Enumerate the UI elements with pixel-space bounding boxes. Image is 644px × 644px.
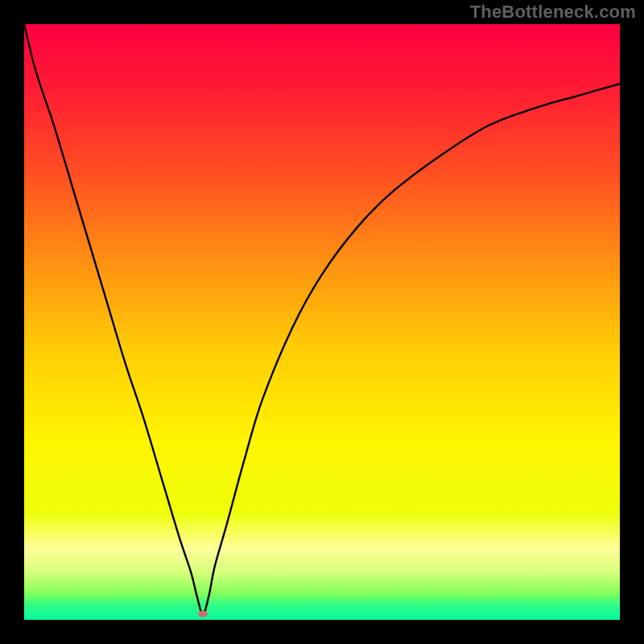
dip-marker-icon bbox=[198, 611, 208, 617]
chart-frame: TheBottleneck.com bbox=[0, 0, 644, 644]
watermark-text: TheBottleneck.com bbox=[470, 2, 636, 23]
chart-svg bbox=[24, 24, 620, 620]
plot-area bbox=[24, 24, 620, 620]
